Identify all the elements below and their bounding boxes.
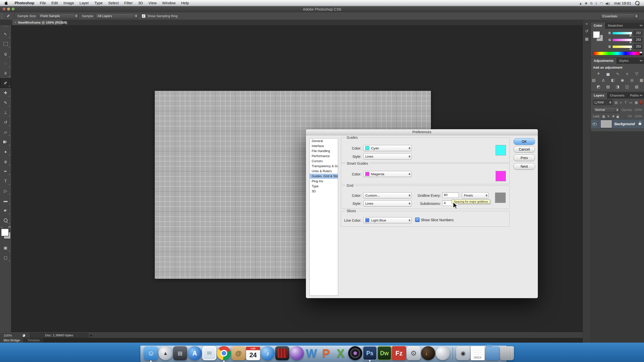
grid-color-swatch[interactable] bbox=[495, 193, 506, 203]
menu-help[interactable]: Help bbox=[178, 1, 192, 5]
clone-stamp-tool[interactable]: ⊥ bbox=[0, 108, 11, 117]
filter-smart-objects-icon[interactable]: ▦ bbox=[635, 101, 638, 104]
dock-item-launchpad[interactable]: ▲ bbox=[158, 346, 173, 360]
levels-icon[interactable]: ▅ bbox=[605, 71, 611, 76]
color-slider-track[interactable] bbox=[612, 38, 632, 41]
dock-item-itunes[interactable]: ♪ bbox=[261, 346, 275, 360]
hand-tool[interactable]: ☛ bbox=[0, 206, 11, 215]
dock-item-chrome[interactable] bbox=[217, 346, 231, 360]
volume-icon[interactable]: ◀)) bbox=[604, 2, 611, 5]
color-slider-track[interactable] bbox=[612, 45, 632, 48]
lasso-tool[interactable]: ϱ bbox=[0, 49, 11, 59]
opacity-value[interactable]: 100% bbox=[634, 108, 642, 112]
dock-item-eclipse[interactable] bbox=[290, 346, 304, 360]
color-slider-track[interactable] bbox=[612, 32, 632, 35]
panel-menu-icon[interactable]: ▾≡ bbox=[640, 24, 643, 27]
color-lookup-icon[interactable]: ▦ bbox=[639, 78, 644, 82]
preferences-category-file-handling[interactable]: File Handling bbox=[310, 149, 338, 154]
default-colors-icon[interactable]: ▫▪ bbox=[1, 226, 3, 229]
gridline-unit-dropdown[interactable]: Pixels bbox=[462, 192, 489, 198]
filter-shape-layers-icon[interactable]: ▭ bbox=[629, 101, 632, 104]
preferences-category-type[interactable]: Type bbox=[310, 184, 338, 189]
menu-photoshop[interactable]: Photoshop bbox=[12, 1, 37, 5]
color-spectrum-ramp[interactable] bbox=[593, 52, 642, 55]
sample-dropdown[interactable]: All Layers bbox=[95, 13, 138, 19]
menu-3d[interactable]: 3D bbox=[135, 1, 146, 5]
preferences-category-cursors[interactable]: Cursors bbox=[310, 159, 338, 164]
prev-button[interactable]: Prev bbox=[513, 155, 535, 161]
smart-guides-color-dropdown[interactable]: Magenta bbox=[363, 171, 412, 177]
dock-item-image-capture[interactable]: ◉ bbox=[456, 346, 470, 360]
workspace-dropdown[interactable]: Essentials bbox=[600, 13, 638, 19]
crop-tool[interactable]: # bbox=[0, 68, 11, 78]
path-selection-tool[interactable]: ▷ bbox=[0, 186, 11, 196]
rectangular-marquee-tool[interactable] bbox=[0, 39, 11, 49]
posterize-icon[interactable]: ▨ bbox=[605, 84, 611, 89]
dock-item-docx-document[interactable]: DOCX bbox=[471, 346, 485, 360]
sample-size-dropdown[interactable]: Point Sample bbox=[38, 13, 78, 19]
menu-type[interactable]: Type bbox=[92, 1, 106, 5]
invert-icon[interactable]: ◩ bbox=[596, 84, 601, 89]
smart-guides-color-swatch[interactable] bbox=[496, 171, 506, 181]
gradient-tool[interactable] bbox=[0, 137, 11, 147]
dock-item-contacts[interactable]: @ bbox=[231, 346, 246, 360]
screen-mode-button[interactable]: ▢ bbox=[0, 253, 11, 262]
menu-window[interactable]: Window bbox=[159, 1, 178, 5]
dock-item-app-store[interactable]: A bbox=[188, 346, 202, 360]
tab-mini-bridge[interactable]: Mini Bridge bbox=[0, 338, 23, 343]
menu-file[interactable]: File bbox=[37, 1, 49, 5]
dock-item-garageband[interactable]: ♩ bbox=[421, 346, 435, 360]
dropbox-icon[interactable]: ❖ bbox=[583, 2, 589, 5]
status-options-arrow[interactable]: ▶ bbox=[90, 334, 92, 337]
preferences-category-3d[interactable]: 3D bbox=[310, 189, 338, 194]
show-sampling-ring-checkbox[interactable]: ✓ bbox=[142, 14, 146, 18]
spotlight-icon[interactable] bbox=[635, 1, 639, 5]
cancel-button[interactable]: Cancel bbox=[513, 146, 535, 153]
channel-mixer-icon[interactable]: ◎ bbox=[629, 78, 635, 82]
tab-color[interactable]: Color bbox=[591, 23, 605, 29]
tab-styles[interactable]: Styles bbox=[616, 58, 631, 64]
filter-switch-icon[interactable] bbox=[640, 100, 642, 105]
dock-item-excel[interactable]: X bbox=[334, 346, 348, 360]
dock-item-calendar[interactable]: LUG24 bbox=[246, 346, 260, 360]
guides-color-dropdown[interactable]: Cyan bbox=[363, 145, 412, 151]
rectangle-tool[interactable]: ▬ bbox=[0, 196, 11, 206]
time-machine-icon[interactable]: ↻ bbox=[589, 2, 594, 5]
quick-selection-tool[interactable]: ◌ bbox=[0, 59, 11, 68]
preferences-category-guides-grid-slices[interactable]: Guides, Grid & Slices bbox=[310, 174, 338, 179]
swap-colors-icon[interactable]: ⇄ bbox=[8, 225, 11, 229]
vibrance-icon[interactable]: ▽ bbox=[634, 71, 639, 76]
brightness-contrast-icon[interactable]: ☀ bbox=[596, 71, 601, 76]
tab-swatches[interactable]: Swatches bbox=[605, 23, 626, 29]
menu-bar-clock[interactable]: mar 19:01 bbox=[612, 1, 633, 5]
bluetooth-icon[interactable]: ᛒ bbox=[594, 2, 599, 5]
lock-all-icon[interactable] bbox=[617, 116, 619, 118]
channel-value[interactable]: 252 bbox=[634, 31, 642, 35]
dock-item-downloads-folder[interactable] bbox=[485, 346, 499, 360]
guides-color-swatch[interactable] bbox=[496, 145, 506, 155]
menu-view[interactable]: View bbox=[146, 1, 159, 5]
layer-visibility-toggle[interactable] bbox=[591, 119, 598, 128]
preferences-category-units-rulers[interactable]: Units & Rulers bbox=[310, 169, 338, 174]
document-tab[interactable]: × NewWireframe @ 100% (RGB/8) bbox=[12, 20, 63, 25]
dock-item-mission-control[interactable]: ▤ bbox=[173, 346, 187, 360]
dock-item-aperture[interactable] bbox=[348, 346, 362, 360]
tab-layers[interactable]: Layers bbox=[591, 93, 607, 99]
preferences-category-general[interactable]: General bbox=[310, 139, 338, 144]
brush-tool[interactable]: ✎ bbox=[0, 98, 11, 108]
filter-adjustment-layers-icon[interactable]: ◐ bbox=[620, 101, 622, 104]
close-tab-icon[interactable]: × bbox=[14, 21, 16, 24]
history-panel-icon[interactable]: ↺ bbox=[583, 27, 591, 35]
dock-item-powerpoint[interactable]: P bbox=[319, 346, 333, 360]
black-white-icon[interactable]: ◧ bbox=[610, 78, 616, 82]
pen-tool[interactable]: ✒ bbox=[0, 166, 11, 176]
blend-mode-dropdown[interactable]: Normal bbox=[593, 107, 619, 113]
eraser-tool[interactable]: ▱ bbox=[0, 127, 11, 137]
dodge-tool[interactable]: φ bbox=[0, 157, 11, 166]
preferences-category-transparency-gamut[interactable]: Transparency & Gamut bbox=[310, 164, 338, 169]
eyedropper-tool-icon[interactable]: ✐ bbox=[5, 13, 12, 19]
panel-menu-icon[interactable]: ▾≡ bbox=[640, 94, 643, 97]
menu-layer[interactable]: Layer bbox=[77, 1, 92, 5]
tab-adjustments[interactable]: Adjustments bbox=[591, 58, 616, 64]
layer-thumbnail[interactable] bbox=[601, 120, 612, 128]
